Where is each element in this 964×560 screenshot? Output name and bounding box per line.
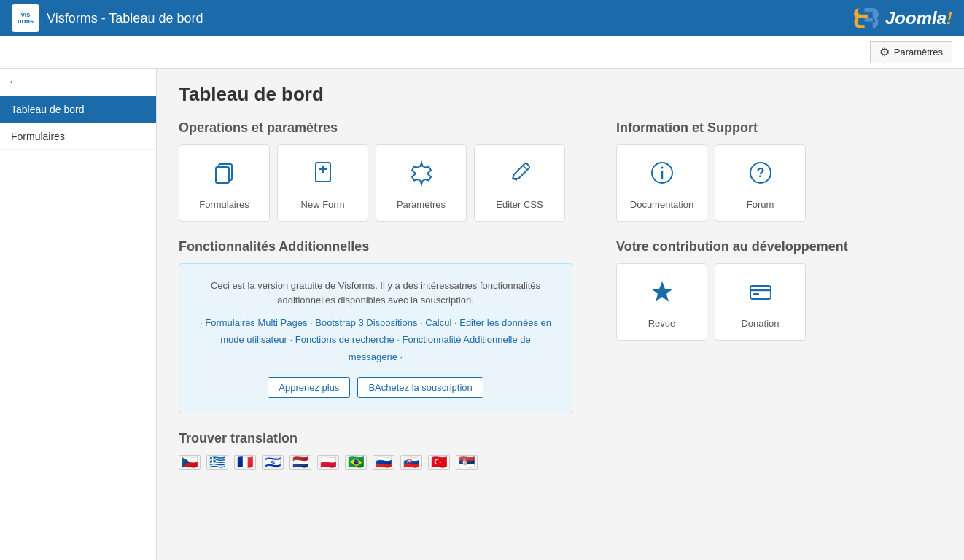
card-editer-css[interactable]: Editer CSS — [474, 144, 565, 222]
flag-russian[interactable]: 🇷🇺 — [373, 455, 394, 470]
sidebar-back-button[interactable]: ← — [0, 69, 156, 96]
flag-hebrew[interactable]: 🇮🇱 — [262, 455, 284, 470]
params-gear-icon — [408, 160, 435, 192]
credit-card-icon — [747, 279, 774, 311]
feature-text: Ceci est la version gratuite de Visforms… — [197, 279, 554, 307]
header-title: Visforms - Tableau de bord — [47, 11, 203, 26]
card-forum-label: Forum — [747, 199, 774, 210]
svg-text:?: ? — [756, 166, 764, 180]
contrib-cards: Revue Donation — [616, 263, 908, 341]
two-col-layout: Operations et paramètres Formulaires — [179, 120, 942, 491]
flag-dutch[interactable]: 🇳🇱 — [289, 455, 311, 470]
copy-icon — [211, 160, 238, 192]
operations-cards: Formulaires New Form — [179, 144, 587, 222]
joomla-logo: Joomla! — [852, 5, 952, 31]
card-documentation-label: Documentation — [630, 199, 693, 210]
svg-rect-14 — [750, 286, 771, 299]
flag-polish[interactable]: 🇵🇱 — [317, 455, 339, 470]
params-button[interactable]: ⚙ Paramètres — [870, 41, 952, 63]
flag-greek[interactable]: 🇬🇷 — [206, 455, 228, 470]
edit-pen-icon — [507, 160, 533, 192]
svg-rect-16 — [753, 293, 759, 295]
left-column: Operations et paramètres Formulaires — [179, 120, 587, 491]
card-editer-css-label: Editer CSS — [496, 199, 543, 210]
card-donation-label: Donation — [741, 318, 779, 329]
page-title: Tableau de bord — [179, 83, 942, 106]
right-column: Information et Support Documentation — [616, 120, 908, 491]
star-icon — [649, 279, 675, 311]
card-revue[interactable]: Revue — [616, 263, 707, 341]
svg-rect-1 — [216, 167, 229, 183]
sidebar: ← Tableau de bord Formulaires — [0, 69, 157, 560]
flag-row: 🇨🇿🇬🇷🇫🇷🇮🇱🇳🇱🇵🇱🇧🇷🇷🇺🇸🇰🇹🇷🇷🇸 — [179, 455, 587, 470]
svg-marker-13 — [651, 281, 673, 302]
header-left: visorms Visforms - Tableau de bord — [12, 4, 203, 32]
flag-brazilian-portuguese[interactable]: 🇧🇷 — [345, 455, 367, 470]
top-header: visorms Visforms - Tableau de bord Jooml… — [0, 0, 964, 36]
card-formulaires[interactable]: Formulaires — [179, 144, 270, 222]
card-forum[interactable]: ? Forum — [715, 144, 806, 222]
layout: ← Tableau de bord Formulaires Tableau de… — [0, 69, 964, 560]
toolbar: ⚙ Paramètres — [0, 36, 964, 69]
card-documentation[interactable]: Documentation — [616, 144, 707, 222]
feature-box: Ceci est la version gratuite de Visforms… — [179, 263, 572, 413]
card-revue-label: Revue — [648, 318, 676, 329]
info-title: Information et Support — [616, 120, 908, 136]
card-new-form[interactable]: New Form — [277, 144, 368, 222]
card-parametres[interactable]: Paramètres — [376, 144, 467, 222]
joomla-text: Joomla! — [885, 8, 952, 28]
gear-icon: ⚙ — [879, 45, 890, 59]
feature-buttons: Apprenez plus BAchetez la souscription — [197, 377, 554, 398]
back-arrow-icon: ← — [7, 74, 20, 89]
flag-french[interactable]: 🇫🇷 — [234, 455, 256, 470]
vis-logo: visorms — [12, 4, 39, 32]
flag-czech[interactable]: 🇨🇿 — [179, 455, 201, 470]
info-circle-icon — [649, 160, 675, 192]
feature-links: · Formulaires Multi Pages · Bootstrap 3 … — [197, 314, 554, 365]
flag-serbian[interactable]: 🇷🇸 — [456, 455, 478, 470]
translation-title: Trouver translation — [179, 431, 587, 446]
sidebar-item-dashboard[interactable]: Tableau de bord — [0, 96, 156, 123]
flag-slovak[interactable]: 🇸🇰 — [400, 455, 422, 470]
newform-icon — [310, 160, 336, 192]
joomla-svg-icon — [852, 5, 881, 31]
info-cards: Documentation ? Forum — [616, 144, 908, 222]
sidebar-item-formulaires[interactable]: Formulaires — [0, 123, 156, 150]
card-parametres-label: Paramètres — [397, 199, 446, 210]
learn-more-button[interactable]: Apprenez plus — [268, 377, 350, 398]
flag-turkish[interactable]: 🇹🇷 — [428, 455, 450, 470]
operations-title: Operations et paramètres — [179, 120, 587, 136]
question-circle-icon: ? — [747, 160, 774, 192]
main-content: Tableau de bord Operations et paramètres — [157, 69, 964, 560]
translation-section: Trouver translation 🇨🇿🇬🇷🇫🇷🇮🇱🇳🇱🇵🇱🇧🇷🇷🇺🇸🇰🇹🇷… — [179, 431, 587, 470]
contribution-title: Votre contribution au développement — [616, 239, 908, 254]
fonctionnalites-title: Fonctionnalités Additionnelles — [179, 239, 587, 254]
svg-point-10 — [661, 167, 663, 169]
card-new-form-label: New Form — [301, 199, 345, 210]
buy-subscription-button[interactable]: BAchetez la souscription — [357, 377, 483, 398]
card-formulaires-label: Formulaires — [199, 199, 249, 210]
card-donation[interactable]: Donation — [715, 263, 806, 341]
